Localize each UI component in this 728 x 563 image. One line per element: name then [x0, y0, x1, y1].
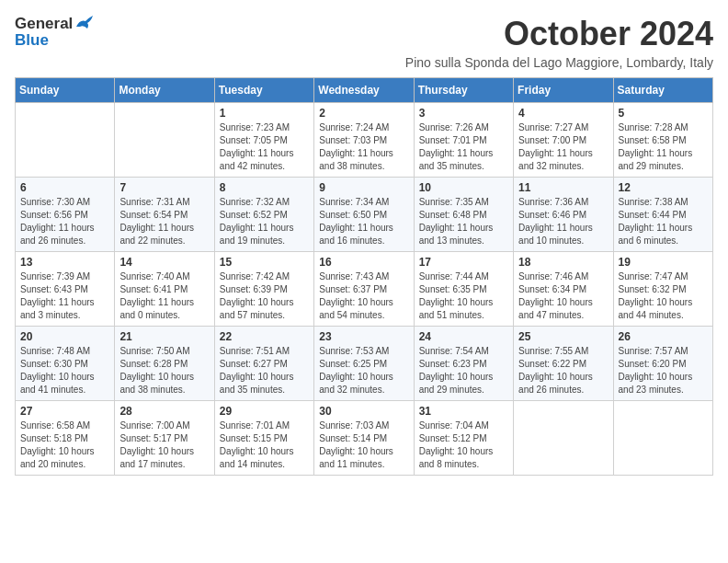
day-number: 24 — [419, 330, 508, 343]
calendar-cell — [16, 103, 115, 178]
week-row-2: 6Sunrise: 7:30 AM Sunset: 6:56 PM Daylig… — [16, 178, 713, 252]
calendar-cell: 11Sunrise: 7:36 AM Sunset: 6:46 PM Dayli… — [514, 178, 613, 252]
day-number: 30 — [319, 405, 408, 418]
calendar-cell: 24Sunrise: 7:54 AM Sunset: 6:23 PM Dayli… — [414, 327, 513, 401]
week-row-1: 1Sunrise: 7:23 AM Sunset: 7:05 PM Daylig… — [16, 103, 713, 178]
day-info: Sunrise: 7:32 AM Sunset: 6:52 PM Dayligh… — [220, 196, 309, 247]
week-row-3: 13Sunrise: 7:39 AM Sunset: 6:43 PM Dayli… — [16, 252, 713, 327]
calendar-cell: 10Sunrise: 7:35 AM Sunset: 6:48 PM Dayli… — [414, 178, 513, 252]
day-info: Sunrise: 7:34 AM Sunset: 6:50 PM Dayligh… — [319, 196, 408, 247]
day-number: 7 — [119, 181, 209, 194]
logo-general-text: General — [15, 15, 73, 33]
calendar-cell: 2Sunrise: 7:24 AM Sunset: 7:03 PM Daylig… — [314, 103, 414, 178]
day-number: 2 — [319, 107, 408, 120]
day-number: 31 — [419, 405, 508, 418]
day-number: 25 — [518, 330, 608, 343]
day-info: Sunrise: 7:03 AM Sunset: 5:14 PM Dayligh… — [319, 419, 408, 471]
day-info: Sunrise: 7:00 AM Sunset: 5:17 PM Dayligh… — [119, 419, 209, 471]
calendar-cell: 20Sunrise: 7:48 AM Sunset: 6:30 PM Dayli… — [16, 327, 115, 401]
day-info: Sunrise: 7:54 AM Sunset: 6:23 PM Dayligh… — [419, 345, 508, 396]
header-day-sunday: Sunday — [16, 78, 115, 103]
logo: General Blue — [15, 15, 95, 50]
day-info: Sunrise: 7:55 AM Sunset: 6:22 PM Dayligh… — [518, 345, 608, 396]
calendar-cell — [115, 103, 214, 178]
calendar-cell: 6Sunrise: 7:30 AM Sunset: 6:56 PM Daylig… — [16, 178, 115, 252]
calendar-cell: 21Sunrise: 7:50 AM Sunset: 6:28 PM Dayli… — [115, 327, 214, 401]
header-day-wednesday: Wednesday — [314, 78, 414, 103]
day-number: 19 — [619, 256, 708, 269]
day-number: 29 — [220, 405, 309, 418]
day-info: Sunrise: 7:48 AM Sunset: 6:30 PM Dayligh… — [20, 345, 109, 396]
header-row: SundayMondayTuesdayWednesdayThursdayFrid… — [16, 78, 713, 103]
calendar-cell: 16Sunrise: 7:43 AM Sunset: 6:37 PM Dayli… — [314, 252, 414, 327]
logo-block: General Blue — [15, 15, 95, 50]
calendar-cell: 7Sunrise: 7:31 AM Sunset: 6:54 PM Daylig… — [115, 178, 214, 252]
calendar-table: SundayMondayTuesdayWednesdayThursdayFrid… — [15, 77, 713, 476]
day-number: 9 — [319, 181, 408, 194]
day-number: 18 — [518, 256, 608, 269]
month-title: October 2024 — [405, 15, 713, 53]
calendar-cell: 4Sunrise: 7:27 AM Sunset: 7:00 PM Daylig… — [514, 103, 613, 178]
day-info: Sunrise: 7:28 AM Sunset: 6:58 PM Dayligh… — [619, 121, 708, 173]
calendar-cell — [514, 401, 613, 476]
calendar-cell: 22Sunrise: 7:51 AM Sunset: 6:27 PM Dayli… — [214, 327, 313, 401]
calendar-cell: 15Sunrise: 7:42 AM Sunset: 6:39 PM Dayli… — [214, 252, 313, 327]
calendar-cell: 5Sunrise: 7:28 AM Sunset: 6:58 PM Daylig… — [613, 103, 712, 178]
week-row-4: 20Sunrise: 7:48 AM Sunset: 6:30 PM Dayli… — [16, 327, 713, 401]
day-info: Sunrise: 7:01 AM Sunset: 5:15 PM Dayligh… — [220, 419, 309, 471]
header-day-friday: Friday — [514, 78, 613, 103]
day-number: 16 — [319, 256, 408, 269]
calendar-cell: 26Sunrise: 7:57 AM Sunset: 6:20 PM Dayli… — [613, 327, 712, 401]
calendar-cell — [613, 401, 712, 476]
day-info: Sunrise: 7:57 AM Sunset: 6:20 PM Dayligh… — [619, 345, 708, 396]
day-number: 17 — [419, 256, 508, 269]
day-info: Sunrise: 7:39 AM Sunset: 6:43 PM Dayligh… — [20, 270, 109, 322]
day-info: Sunrise: 7:36 AM Sunset: 6:46 PM Dayligh… — [518, 196, 608, 247]
day-number: 21 — [119, 330, 209, 343]
title-block: October 2024 Pino sulla Sponda del Lago … — [405, 15, 713, 70]
calendar-cell: 23Sunrise: 7:53 AM Sunset: 6:25 PM Dayli… — [314, 327, 414, 401]
day-info: Sunrise: 7:47 AM Sunset: 6:32 PM Dayligh… — [619, 270, 708, 322]
day-number: 11 — [518, 181, 608, 194]
calendar-cell: 27Sunrise: 6:58 AM Sunset: 5:18 PM Dayli… — [16, 401, 115, 476]
day-number: 6 — [20, 181, 109, 194]
day-info: Sunrise: 6:58 AM Sunset: 5:18 PM Dayligh… — [20, 419, 109, 471]
location-subtitle: Pino sulla Sponda del Lago Maggiore, Lom… — [405, 55, 713, 70]
day-number: 28 — [119, 405, 209, 418]
day-info: Sunrise: 7:26 AM Sunset: 7:01 PM Dayligh… — [419, 121, 508, 173]
day-info: Sunrise: 7:23 AM Sunset: 7:05 PM Dayligh… — [220, 121, 309, 173]
day-info: Sunrise: 7:46 AM Sunset: 6:34 PM Dayligh… — [518, 270, 608, 322]
day-info: Sunrise: 7:42 AM Sunset: 6:39 PM Dayligh… — [220, 270, 309, 322]
day-info: Sunrise: 7:35 AM Sunset: 6:48 PM Dayligh… — [419, 196, 508, 247]
day-number: 14 — [119, 256, 209, 269]
day-number: 10 — [419, 181, 508, 194]
day-number: 1 — [220, 107, 309, 120]
logo-bird-icon — [74, 14, 95, 30]
day-info: Sunrise: 7:50 AM Sunset: 6:28 PM Dayligh… — [119, 345, 209, 396]
day-info: Sunrise: 7:31 AM Sunset: 6:54 PM Dayligh… — [119, 196, 209, 247]
day-info: Sunrise: 7:40 AM Sunset: 6:41 PM Dayligh… — [119, 270, 209, 322]
day-number: 12 — [619, 181, 708, 194]
day-info: Sunrise: 7:30 AM Sunset: 6:56 PM Dayligh… — [20, 196, 109, 247]
calendar-cell: 9Sunrise: 7:34 AM Sunset: 6:50 PM Daylig… — [314, 178, 414, 252]
calendar-header: SundayMondayTuesdayWednesdayThursdayFrid… — [16, 78, 713, 103]
day-number: 23 — [319, 330, 408, 343]
calendar-cell: 18Sunrise: 7:46 AM Sunset: 6:34 PM Dayli… — [514, 252, 613, 327]
day-number: 26 — [619, 330, 708, 343]
day-number: 3 — [419, 107, 508, 120]
day-number: 15 — [220, 256, 309, 269]
calendar-body: 1Sunrise: 7:23 AM Sunset: 7:05 PM Daylig… — [16, 103, 713, 476]
page-header: General Blue October 2024 Pino sulla Spo… — [15, 15, 713, 70]
day-info: Sunrise: 7:53 AM Sunset: 6:25 PM Dayligh… — [319, 345, 408, 396]
day-info: Sunrise: 7:38 AM Sunset: 6:44 PM Dayligh… — [619, 196, 708, 247]
calendar-cell: 25Sunrise: 7:55 AM Sunset: 6:22 PM Dayli… — [514, 327, 613, 401]
calendar-cell: 31Sunrise: 7:04 AM Sunset: 5:12 PM Dayli… — [414, 401, 513, 476]
header-day-thursday: Thursday — [414, 78, 513, 103]
day-info: Sunrise: 7:04 AM Sunset: 5:12 PM Dayligh… — [419, 419, 508, 471]
day-number: 20 — [20, 330, 109, 343]
day-number: 4 — [518, 107, 608, 120]
calendar-cell: 1Sunrise: 7:23 AM Sunset: 7:05 PM Daylig… — [214, 103, 313, 178]
calendar-cell: 28Sunrise: 7:00 AM Sunset: 5:17 PM Dayli… — [115, 401, 214, 476]
calendar-cell: 12Sunrise: 7:38 AM Sunset: 6:44 PM Dayli… — [613, 178, 712, 252]
header-day-tuesday: Tuesday — [214, 78, 313, 103]
